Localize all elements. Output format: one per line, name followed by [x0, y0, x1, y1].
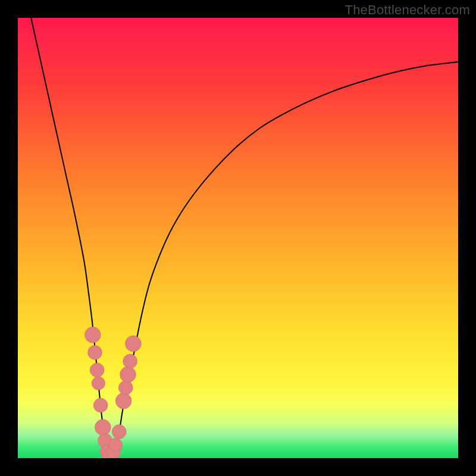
- curve-marker: [123, 354, 137, 368]
- curve-marker: [88, 346, 102, 360]
- curve-marker: [109, 439, 122, 452]
- curve-marker: [112, 425, 126, 439]
- curve-marker: [92, 377, 105, 390]
- curve-marker: [118, 381, 133, 395]
- curve-marker: [93, 398, 108, 412]
- curve-marker: [84, 327, 101, 343]
- curve-marker: [126, 336, 142, 352]
- curve-marker: [90, 363, 104, 377]
- chart-svg: [18, 18, 458, 458]
- curve-marker: [115, 393, 131, 409]
- watermark-text: TheBottlenecker.com: [345, 2, 470, 18]
- curve-marker: [120, 367, 136, 383]
- gradient-background: [18, 18, 458, 458]
- chart-frame: TheBottlenecker.com: [0, 0, 476, 476]
- curve-marker: [95, 419, 111, 436]
- plot-area: [18, 18, 458, 458]
